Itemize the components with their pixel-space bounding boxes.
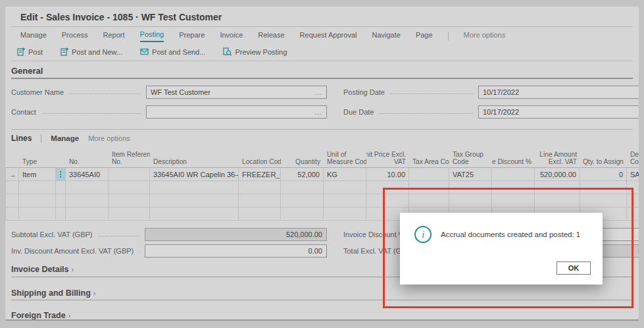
menu-item-navigate[interactable]: Navigate	[372, 31, 400, 41]
table-cell[interactable]	[19, 181, 56, 194]
table-cell[interactable]: VAT25	[449, 168, 492, 181]
table-cell[interactable]	[281, 207, 324, 221]
table-cell[interactable]	[66, 194, 109, 207]
row-options-icon[interactable]: ⋮	[56, 168, 66, 181]
table-cell[interactable]	[409, 168, 449, 181]
assist-edit-icon[interactable]: ...	[315, 89, 322, 96]
assist-edit-icon[interactable]: ...	[315, 109, 322, 116]
menu-item-invoice[interactable]: Invoice	[220, 31, 243, 41]
general-section-heading[interactable]: General	[11, 66, 43, 76]
table-cell[interactable]	[56, 194, 66, 207]
column-header[interactable]	[5, 148, 19, 168]
table-cell[interactable]	[324, 207, 366, 221]
invoice-details-section[interactable]: Invoice Details›	[11, 265, 74, 274]
table-cell[interactable]	[109, 168, 150, 181]
table-cell[interactable]	[409, 181, 449, 194]
post-and-send-button[interactable]: Post and Send...	[140, 48, 205, 56]
column-header[interactable]: Line Discount %	[492, 148, 535, 168]
lines-tab[interactable]: Lines	[11, 134, 32, 143]
table-cell[interactable]: 33645AI0 WR Capelin 36-45	[150, 168, 239, 181]
menu-item-report[interactable]: Report	[103, 31, 125, 41]
table-cell[interactable]	[324, 181, 366, 194]
foreign-trade-section[interactable]: Foreign Trade›	[11, 311, 70, 320]
table-cell[interactable]	[281, 181, 324, 194]
column-header[interactable]: Quantity	[281, 148, 324, 168]
inv-discount-input[interactable]: 0.00	[145, 244, 327, 258]
row-selector-cell[interactable]	[5, 194, 19, 207]
table-cell[interactable]: SALE	[627, 168, 639, 181]
table-cell[interactable]	[627, 181, 639, 194]
column-header[interactable]: Location Code	[239, 148, 281, 168]
column-header[interactable]: Line AmountExcl. VAT	[535, 148, 580, 168]
table-cell[interactable]	[66, 181, 109, 194]
table-cell[interactable]	[109, 207, 150, 221]
table-cell[interactable]	[535, 194, 580, 207]
table-cell[interactable]	[19, 194, 56, 207]
row-selector-cell[interactable]	[5, 181, 19, 194]
table-cell[interactable]	[449, 194, 492, 207]
table-cell[interactable]	[150, 194, 239, 207]
table-cell[interactable]	[627, 194, 639, 207]
table-cell[interactable]	[66, 207, 109, 221]
lines-manage-button[interactable]: Manage	[51, 134, 79, 142]
customer-name-input[interactable]: WF Test Customer ...	[146, 86, 327, 99]
column-header[interactable]: Item ReferenceNo.	[109, 148, 150, 168]
column-header[interactable]: Description	[150, 148, 239, 168]
table-cell[interactable]	[239, 207, 281, 221]
table-cell[interactable]	[19, 207, 56, 221]
table-cell[interactable]: 52,000	[281, 168, 324, 181]
table-cell[interactable]	[150, 181, 239, 194]
table-cell[interactable]	[449, 181, 492, 194]
row-selector-cell[interactable]	[5, 207, 19, 221]
column-header[interactable]: Qty. to Assign	[580, 148, 627, 168]
menu-item-request-approval[interactable]: Request Approval	[300, 31, 357, 41]
column-header[interactable]	[56, 148, 66, 168]
table-cell[interactable]	[492, 181, 535, 194]
table-cell[interactable]: KG	[324, 168, 366, 181]
column-header[interactable]: No.	[66, 148, 109, 168]
shipping-and-billing-section[interactable]: Shipping and Billing›	[11, 288, 96, 298]
posting-date-input[interactable]: 10/17/2022	[478, 86, 639, 99]
table-cell[interactable]	[366, 181, 409, 194]
table-cell[interactable]	[281, 194, 324, 207]
preview-posting-button[interactable]: Preview Posting	[223, 47, 287, 56]
lines-more-options[interactable]: More options	[88, 134, 130, 142]
menu-item-process[interactable]: Process	[62, 31, 88, 41]
table-cell[interactable]	[580, 181, 627, 194]
post-button[interactable]: Post	[17, 47, 43, 56]
table-cell[interactable]	[324, 194, 366, 207]
menu-item-release[interactable]: Release	[258, 31, 284, 41]
table-cell[interactable]: 10.00	[366, 168, 409, 181]
table-cell[interactable]: 33645AI0	[66, 168, 109, 181]
column-header[interactable]: DeparCode	[627, 148, 639, 168]
column-header[interactable]: Tax Area Code	[409, 148, 449, 168]
table-cell[interactable]	[492, 194, 535, 207]
post-and-new-button[interactable]: Post and New...	[61, 47, 122, 56]
table-cell[interactable]: 520,000.00	[535, 168, 580, 181]
table-cell[interactable]	[366, 194, 409, 207]
menu-item-manage[interactable]: Manage	[20, 31, 47, 41]
column-header[interactable]: Tax GroupCode	[449, 148, 492, 168]
table-cell[interactable]	[239, 181, 281, 194]
table-cell[interactable]	[409, 194, 449, 207]
table-cell[interactable]	[56, 181, 66, 194]
table-cell[interactable]	[56, 207, 66, 221]
table-cell[interactable]: FREEZER_01	[239, 168, 281, 181]
table-cell[interactable]	[109, 181, 150, 194]
menu-item-prepare[interactable]: Prepare	[179, 31, 205, 41]
table-cell[interactable]: 0	[580, 168, 627, 181]
table-cell[interactable]	[580, 194, 627, 207]
column-header[interactable]: Unit Price Excl.VAT	[366, 148, 409, 168]
menu-more-options[interactable]: More options	[464, 31, 506, 41]
contact-input[interactable]: ...	[146, 105, 327, 119]
menu-item-page[interactable]: Page	[416, 31, 433, 41]
table-cell[interactable]	[109, 194, 150, 207]
ok-button[interactable]: OK	[557, 261, 591, 275]
table-cell[interactable]	[150, 207, 239, 221]
column-header[interactable]: Type	[19, 148, 56, 168]
menu-item-posting[interactable]: Posting	[140, 30, 164, 42]
row-selector-cell[interactable]: →	[5, 168, 19, 181]
due-date-input[interactable]: 10/17/2022	[478, 105, 639, 119]
table-cell[interactable]	[627, 207, 639, 221]
table-cell[interactable]	[239, 194, 281, 207]
